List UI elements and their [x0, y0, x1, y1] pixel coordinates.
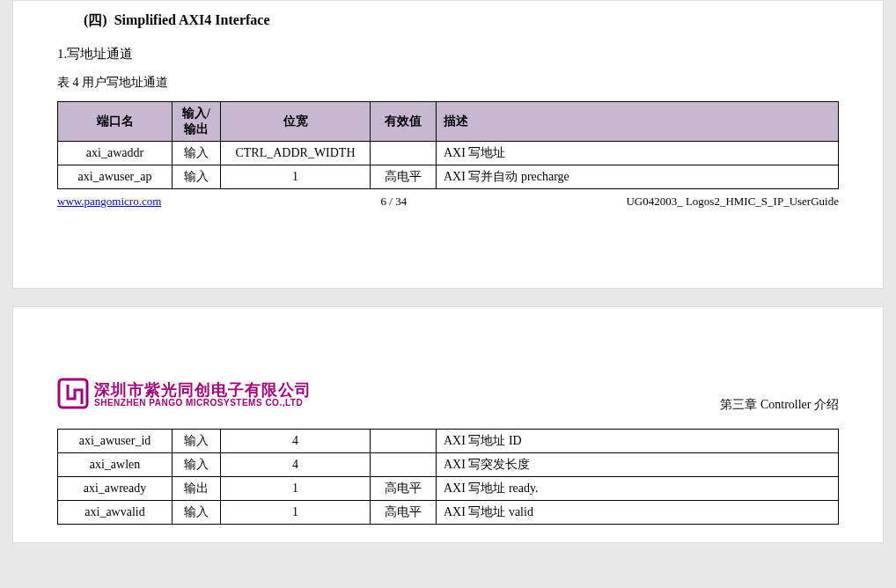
cell-desc: AXI 写突发长度 — [437, 453, 839, 477]
page-footer: www.pangomicro.com 6 / 34 UG042003_ Logo… — [57, 195, 839, 209]
cell-desc: AXI 写地址 ready. — [437, 477, 839, 501]
brand-logo: 深圳市紫光同创电子有限公司 SHENZHEN PANGO MICROSYSTEM… — [57, 378, 312, 413]
cell-desc: AXI 写地址 ID — [437, 430, 839, 453]
cell-desc: AXI 写地址 — [437, 142, 839, 165]
col-dir: 输入/输出 — [173, 102, 221, 142]
cell-desc: AXI 写地址 valid — [437, 501, 839, 525]
cell-port: axi_awlen — [58, 453, 173, 477]
table-row: axi_awuser_id 输入 4 AXI 写地址 ID — [58, 430, 839, 453]
col-port: 端口名 — [58, 102, 173, 142]
col-width: 位宽 — [221, 102, 371, 142]
table-row: axi_awuser_ap 输入 1 高电平 AXI 写并自动 precharg… — [58, 165, 839, 189]
cell-valid: 高电平 — [371, 165, 437, 189]
cell-valid: 高电平 — [371, 501, 437, 525]
write-addr-channel-table: 端口名 输入/输出 位宽 有效值 描述 axi_awaddr 输入 CTRL_A… — [57, 101, 839, 189]
cell-port: axi_awaddr — [58, 142, 173, 165]
section-number: (四) — [84, 12, 107, 27]
chapter-label: 第三章 Controller 介绍 — [720, 397, 839, 413]
cell-valid — [371, 430, 437, 453]
col-desc: 描述 — [437, 102, 839, 142]
logo-mark-icon — [57, 378, 89, 413]
footer-pager: 6 / 34 — [381, 195, 408, 209]
cell-width: 4 — [221, 453, 371, 477]
page-header: 深圳市紫光同创电子有限公司 SHENZHEN PANGO MICROSYSTEM… — [57, 378, 839, 413]
table-caption: 表 4 用户写地址通道 — [57, 75, 839, 91]
cell-width: 1 — [221, 501, 371, 525]
cell-dir: 输入 — [173, 165, 221, 189]
write-addr-channel-table-cont: axi_awuser_id 输入 4 AXI 写地址 ID axi_awlen … — [57, 429, 839, 525]
cell-port: axi_awuser_id — [58, 430, 173, 453]
section-heading: (四) Simplified AXI4 Interface — [84, 11, 839, 30]
cell-width: CTRL_ADDR_WIDTH — [221, 142, 371, 165]
table-row: axi_awvalid 输入 1 高电平 AXI 写地址 valid — [58, 501, 839, 525]
cell-desc: AXI 写并自动 precharge — [437, 165, 839, 189]
cell-width: 1 — [221, 477, 371, 501]
page-1: (四) Simplified AXI4 Interface 1.写地址通道 表 … — [12, 0, 884, 289]
footer-url-link[interactable]: www.pangomicro.com — [57, 195, 161, 209]
table-row: axi_awlen 输入 4 AXI 写突发长度 — [58, 453, 839, 477]
cell-dir: 输出 — [173, 477, 221, 501]
cell-port: axi_awvalid — [58, 501, 173, 525]
cell-valid — [371, 453, 437, 477]
cell-dir: 输入 — [173, 501, 221, 525]
subsection-heading: 1.写地址通道 — [57, 46, 839, 62]
page-2: 深圳市紫光同创电子有限公司 SHENZHEN PANGO MICROSYSTEM… — [12, 306, 884, 543]
col-valid: 有效值 — [371, 102, 437, 142]
brand-name-cn: 深圳市紫光同创电子有限公司 — [94, 382, 312, 399]
brand-name-en: SHENZHEN PANGO MICROSYSTEMS CO.,LTD — [94, 399, 312, 408]
cell-port: axi_awuser_ap — [58, 165, 173, 189]
footer-docid: UG042003_ Logos2_HMIC_S_IP_UserGuide — [626, 195, 839, 209]
table-row: axi_awaddr 输入 CTRL_ADDR_WIDTH AXI 写地址 — [58, 142, 839, 165]
table-row: axi_awready 输出 1 高电平 AXI 写地址 ready. — [58, 477, 839, 501]
cell-dir: 输入 — [173, 430, 221, 453]
cell-width: 1 — [221, 165, 371, 189]
cell-port: axi_awready — [58, 477, 173, 501]
brand-text: 深圳市紫光同创电子有限公司 SHENZHEN PANGO MICROSYSTEM… — [94, 382, 312, 408]
table-header-row: 端口名 输入/输出 位宽 有效值 描述 — [58, 102, 839, 142]
cell-valid — [371, 142, 437, 165]
cell-dir: 输入 — [173, 453, 221, 477]
cell-valid: 高电平 — [371, 477, 437, 501]
cell-dir: 输入 — [173, 142, 221, 165]
cell-width: 4 — [221, 430, 371, 453]
section-title: Simplified AXI4 Interface — [114, 12, 270, 27]
